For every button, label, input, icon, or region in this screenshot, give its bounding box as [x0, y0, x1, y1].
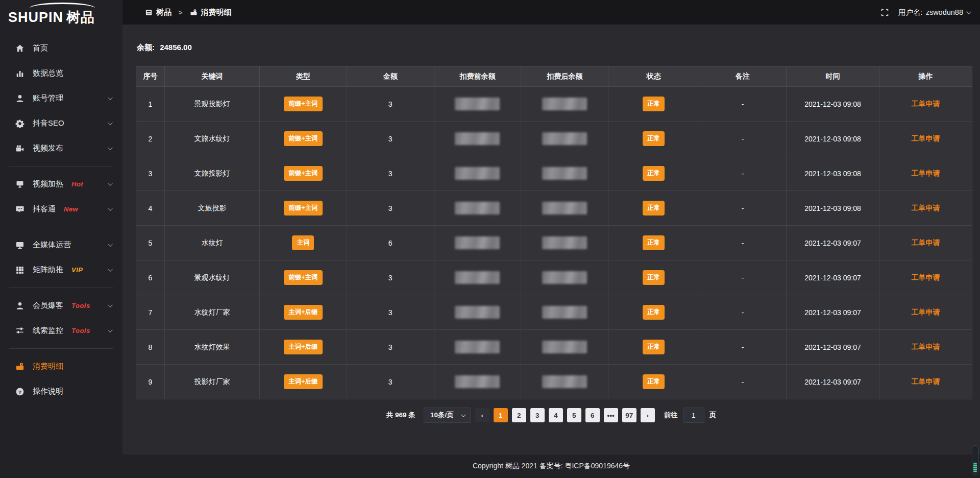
chevron-down-icon: [108, 120, 113, 125]
sidebar-item-account-management[interactable]: 账号管理: [0, 86, 122, 111]
cell-amount: 3: [347, 87, 434, 122]
work-order-link[interactable]: 工单申请: [912, 238, 940, 247]
cell-status: 正常: [608, 191, 699, 226]
balance: 余额: 24856.00: [137, 43, 980, 53]
page-button-2[interactable]: 2: [512, 408, 526, 422]
sidebar-item-data-overview[interactable]: 数据总览: [0, 61, 122, 86]
grid-icon: [15, 266, 24, 275]
cell-keyword: 景观投影灯: [165, 87, 260, 122]
goto-page-input[interactable]: [683, 408, 704, 423]
cell-type: 前缀+主词: [260, 87, 347, 122]
status-badge: 正常: [643, 270, 665, 285]
prev-page-button[interactable]: ‹: [475, 408, 489, 422]
sidebar-item-douketong[interactable]: 抖客通New: [0, 197, 122, 222]
fullscreen-icon[interactable]: [880, 8, 889, 17]
page-button-1[interactable]: 1: [494, 408, 508, 422]
page-button-3[interactable]: 3: [530, 408, 545, 422]
cell-post-balance: [521, 295, 608, 330]
sidebar-divider: [9, 227, 113, 227]
sidebar-item-clue-monitor[interactable]: 线索监控Tools: [0, 318, 122, 343]
work-order-link[interactable]: 工单申请: [912, 100, 940, 108]
logo-text-en: SHUPIN: [8, 10, 63, 25]
work-order-link[interactable]: 工单申请: [912, 273, 940, 281]
video-icon: [15, 144, 24, 153]
cell-time: 2021-12-03 09:07: [787, 260, 879, 295]
gear-icon: [15, 119, 24, 128]
cell-time: 2021-12-03 09:07: [787, 295, 879, 330]
page-button-6[interactable]: 6: [585, 408, 600, 422]
cell-type: 主词: [260, 226, 347, 260]
page-size-select[interactable]: 10条/页: [424, 408, 471, 423]
home-icon: [15, 44, 24, 53]
censored-pre-balance: [455, 98, 500, 110]
sidebar-item-badge: Tools: [71, 302, 90, 309]
cell-action: 工单申请: [879, 156, 972, 191]
cell-time: 2021-12-03 09:08: [787, 191, 879, 226]
sidebar-item-consumption-detail[interactable]: 消费明细: [0, 354, 122, 379]
user-menu[interactable]: 用户名: zswodun88: [898, 8, 970, 17]
sidebar-item-video-publish[interactable]: 视频发布: [0, 136, 122, 161]
table-row: 5水纹灯主词6正常-2021-12-03 09:07工单申请: [136, 226, 972, 260]
censored-pre-balance: [455, 375, 500, 388]
cell-remark: -: [699, 87, 787, 122]
cell-amount: 3: [347, 156, 434, 191]
scrollbar-widget[interactable]: [972, 445, 978, 475]
work-order-link[interactable]: 工单申请: [912, 377, 940, 386]
table-row: 8水纹灯效果主词+后缀3正常-2021-12-03 09:07工单申请: [136, 330, 972, 365]
goto-label: 前往: [664, 411, 678, 420]
col-header-action: 操作: [879, 66, 972, 87]
next-page-button[interactable]: ›: [641, 408, 655, 422]
type-badge: 前缀+主词: [284, 97, 322, 111]
page-button-5[interactable]: 5: [567, 408, 581, 422]
work-order-link[interactable]: 工单申请: [912, 169, 940, 177]
username-label: 用户名:: [898, 8, 923, 17]
consumption-table: 序号 关键词 类型 金额 扣费前余额 扣费后余额 状态 备注 时间 操作 1景观…: [136, 66, 972, 399]
col-header-amount: 金额: [347, 66, 434, 87]
sidebar-item-video-heating[interactable]: 视频加热Hot: [0, 172, 122, 197]
work-order-link[interactable]: 工单申请: [912, 204, 940, 212]
cell-keyword: 投影灯厂家: [165, 365, 260, 399]
cell-index: 7: [136, 295, 165, 330]
cell-time: 2021-12-03 09:08: [787, 87, 879, 122]
col-header-remark: 备注: [699, 66, 787, 87]
col-header-status: 状态: [608, 66, 699, 87]
cell-index: 4: [136, 191, 165, 226]
cell-index: 8: [136, 330, 165, 365]
work-order-link[interactable]: 工单申请: [912, 134, 940, 142]
sidebar-item-badge: VIP: [71, 266, 83, 274]
page-button-97[interactable]: 97: [622, 408, 636, 422]
page-buttons: 123456•••97: [494, 408, 636, 422]
work-order-link[interactable]: 工单申请: [912, 343, 940, 351]
cell-remark: -: [699, 156, 787, 191]
sidebar-item-label: 操作说明: [33, 387, 63, 396]
sidebar-item-label: 会员爆客: [33, 301, 63, 310]
goto-unit: 页: [709, 411, 717, 420]
footer: Copyright 树品 2021 备案号: 粤ICP备09019646号: [122, 455, 980, 478]
status-badge: 正常: [643, 340, 665, 354]
breadcrumb-separator: >: [179, 9, 183, 16]
status-badge: 正常: [643, 166, 665, 181]
cell-index: 9: [136, 365, 165, 399]
goto-page: 前往 页: [664, 408, 717, 423]
status-badge: 正常: [643, 374, 665, 389]
scrollbar-thumb[interactable]: [973, 463, 977, 472]
cell-keyword: 文旅投影灯: [165, 156, 260, 191]
sidebar-item-douyin-seo[interactable]: 抖音SEO: [0, 111, 122, 136]
cell-remark: -: [699, 191, 787, 226]
page-button-4[interactable]: 4: [549, 408, 563, 422]
cell-status: 正常: [608, 330, 699, 365]
sidebar-item-member-burst[interactable]: 会员爆客Tools: [0, 293, 122, 318]
col-header-type: 类型: [260, 66, 347, 87]
sidebar-item-label: 视频发布: [33, 144, 63, 153]
sidebar-item-all-media-operation[interactable]: 全媒体运营: [0, 232, 122, 257]
chart-icon: [15, 69, 24, 78]
cell-time: 2021-12-03 09:07: [787, 330, 879, 365]
sidebar-item-operation-guide[interactable]: ?操作说明: [0, 379, 122, 404]
sidebar-divider: [9, 166, 113, 166]
work-order-link[interactable]: 工单申请: [912, 308, 940, 316]
sidebar-item-home[interactable]: 首页: [0, 36, 122, 61]
more-pages-button[interactable]: •••: [604, 408, 618, 422]
logo-text-cn: 树品: [66, 10, 95, 25]
sidebar-item-matrix-boost[interactable]: 矩阵助推VIP: [0, 257, 122, 282]
breadcrumb-item-root[interactable]: 树品: [156, 8, 172, 17]
